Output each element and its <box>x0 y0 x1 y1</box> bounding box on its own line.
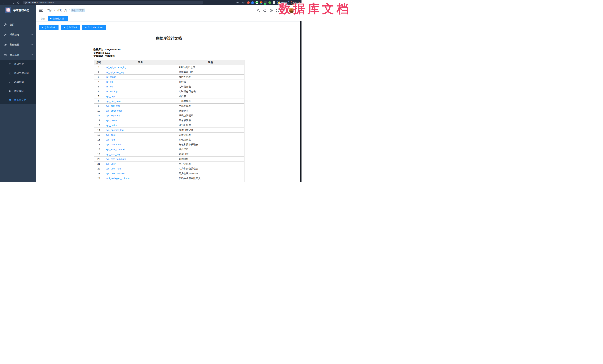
tags-view-bar: 首页数据库文档× <box>36 16 302 22</box>
doc-title: 数据库设计文档 <box>94 36 244 41</box>
table-name-cell: sys_notice <box>104 123 177 128</box>
fontsize-icon[interactable]: tT <box>282 9 286 12</box>
table-name-link[interactable]: inf_api_access_log <box>106 66 127 69</box>
help-icon[interactable] <box>270 9 273 12</box>
search-icon[interactable] <box>257 9 260 12</box>
extension-icon-green-ring[interactable] <box>256 1 258 4</box>
table-desc-cell: 定时任务日志表 <box>177 89 244 94</box>
table-name-link[interactable]: sys_login_log <box>106 114 121 117</box>
table-name-link[interactable]: sys_menu <box>106 119 117 122</box>
sidebar-item-devtools[interactable]: 研发工具 <box>0 50 36 60</box>
home-icon[interactable] <box>16 0 20 5</box>
forward-icon[interactable]: → <box>7 0 11 5</box>
extension-on-badge: on <box>264 3 266 5</box>
app-title: 芋道管理系统 <box>13 9 29 12</box>
info-icon[interactable] <box>24 1 27 4</box>
sidebar-subitem-系统接口[interactable]: 系统接口 <box>0 87 36 95</box>
export-button-导出-HTML[interactable]: +导出 HTML <box>39 25 58 30</box>
sidebar-item-home[interactable]: 首页 <box>0 20 36 30</box>
extension-icon-color-grid[interactable] <box>260 1 263 4</box>
sidebar-subitem-代码生成[interactable]: 代码生成 <box>0 60 36 69</box>
export-button-label: 导出 Markdown <box>88 26 103 29</box>
table-name-link[interactable]: tool_codegen_column <box>106 177 129 180</box>
table-name-link[interactable]: sys_user_session <box>106 172 125 175</box>
breadcrumb-item[interactable]: 研发工具 <box>57 9 67 12</box>
tab-首页[interactable]: 首页 <box>39 16 47 21</box>
sidebar-item-system[interactable]: 系统管理 <box>0 30 36 40</box>
row-number-cell: 1 <box>94 65 104 70</box>
extension-icon-puzzle[interactable] <box>273 1 275 4</box>
star-icon[interactable]: ☆ <box>241 0 245 5</box>
sidebar-subitem-数据库文档[interactable]: 数据库文档 <box>0 95 36 104</box>
svg-text:t: t <box>282 10 283 12</box>
table-name-link[interactable]: sys_operate_log <box>106 129 124 132</box>
sidebar-item-label: 首页 <box>10 23 14 26</box>
table-row: 16sys_role角色信息表 <box>94 137 244 142</box>
browser-menu-icon[interactable] <box>298 1 298 4</box>
table-name-link[interactable]: sys_sms_log <box>106 153 120 155</box>
app-logo[interactable]: 芋道管理系统 <box>0 5 36 16</box>
sidebar-item-infra[interactable]: 基础设施 <box>0 40 36 50</box>
table-name-link[interactable]: sys_dict_type <box>106 104 121 107</box>
browser-update-button[interactable]: 更新 <box>291 1 300 5</box>
extension-icon-blue-drop[interactable] <box>251 1 254 4</box>
table-desc-cell: 角色信息表 <box>177 137 244 142</box>
sidebar-subitem-label: 表单构建 <box>14 80 24 84</box>
table-name-link[interactable]: sys_user <box>106 162 116 165</box>
table-name-link[interactable]: inf_job <box>106 85 113 88</box>
table-name-link[interactable]: sys_sms_channel <box>106 148 125 151</box>
content-scrollbar[interactable] <box>300 21 302 182</box>
table-row: 23sys_user_session用户在线 Session <box>94 171 244 176</box>
paused-label: 已暂停 <box>281 1 287 4</box>
table-name-link[interactable]: sys_dict_data <box>106 100 121 102</box>
table-name-link[interactable]: sys_dept <box>106 95 116 98</box>
table-name-link[interactable]: sys_post <box>106 133 115 136</box>
table-row: 3inf_config参数配置表 <box>94 75 244 79</box>
table-desc-cell: 系统访问记录 <box>177 113 244 118</box>
tab-数据库文档[interactable]: 数据库文档× <box>48 16 68 21</box>
hamburger-icon[interactable] <box>39 9 43 12</box>
extension-icon-dark-on[interactable]: on <box>264 1 267 4</box>
extension-icon-green-leaf[interactable] <box>268 1 271 4</box>
avatar-dropdown-caret-icon[interactable] <box>297 10 299 11</box>
reload-icon[interactable] <box>12 0 16 5</box>
table-name-link[interactable]: inf_config <box>106 76 116 78</box>
tab-close-icon[interactable]: × <box>65 17 67 20</box>
fullscreen-icon[interactable] <box>276 9 279 12</box>
back-icon[interactable]: ← <box>2 0 6 5</box>
table-row: 8sys_dict_data字典数据表 <box>94 99 244 104</box>
table-name-cell: sys_sms_log <box>104 152 177 157</box>
sidebar-subitem-表单构建[interactable]: 表单构建 <box>0 77 36 87</box>
github-icon[interactable] <box>263 9 267 12</box>
doc-meta-value: ruoyi-vue-pro <box>105 48 121 51</box>
table-name-link[interactable]: inf_api_error_log <box>106 71 124 74</box>
table-desc-cell: 岗位信息表 <box>177 132 244 137</box>
breadcrumb-item[interactable]: 首页 <box>47 9 53 12</box>
extension-icon-orange[interactable] <box>247 1 250 4</box>
export-button-导出-Word[interactable]: +导出 Word <box>61 25 80 30</box>
table-name-link[interactable]: inf_file <box>106 80 113 83</box>
sidebar: 芋道管理系统 首页系统管理基础设施研发工具代码生成代码生成示例表单构建系统接口数… <box>0 5 36 182</box>
address-bar[interactable]: localhost:1024/tool/db-doc <box>23 1 203 4</box>
table-column-header: 说明 <box>177 60 244 65</box>
table-name-link[interactable]: inf_job_log <box>106 90 118 93</box>
user-avatar[interactable] <box>289 8 293 13</box>
table-name-cell: inf_job <box>104 84 177 89</box>
table-name-link[interactable]: tool_codegen_table <box>106 182 127 182</box>
table-row: 6inf_job_log定时任务日志表 <box>94 89 244 94</box>
key-icon[interactable] <box>236 0 240 5</box>
table-desc-cell: 用户在线 Session <box>177 171 244 176</box>
table-name-link[interactable]: sys_error_code <box>106 109 123 112</box>
sidebar-subitem-代码生成示例[interactable]: 代码生成示例 <box>0 69 36 77</box>
export-button-导出-Markdown[interactable]: +导出 Markdown <box>82 25 106 30</box>
row-number-cell: 20 <box>94 157 104 162</box>
table-name-cell: inf_file <box>104 79 177 84</box>
table-name-link[interactable]: sys_role <box>106 138 115 141</box>
table-name-link[interactable]: sys_sms_template <box>106 158 126 160</box>
table-name-link[interactable]: sys_role_menu <box>106 143 122 146</box>
page-content: +导出 HTML+导出 Word+导出 Markdown 数据库设计文档 数据库… <box>36 22 302 182</box>
paused-extension-pill[interactable]: 已暂停 <box>277 1 289 5</box>
table-name-link[interactable]: sys_notice <box>106 124 117 127</box>
table-name-link[interactable]: sys_user_role <box>106 167 121 170</box>
row-number-cell: 10 <box>94 108 104 113</box>
